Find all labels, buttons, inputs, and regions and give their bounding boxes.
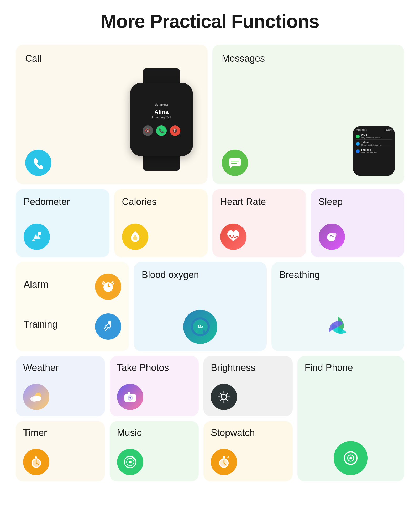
svg-point-3: [32, 239, 35, 242]
card-bloodoxy: Blood oxygen O₂: [134, 262, 267, 351]
card-breathing: Breathing: [271, 262, 404, 351]
svg-point-25: [129, 397, 131, 399]
music-label: Music: [117, 427, 142, 438]
sleep-icon: [319, 224, 345, 250]
accept-btn: 📞: [156, 125, 167, 136]
weather-label: Weather: [23, 362, 59, 373]
svg-point-17: [195, 330, 198, 333]
card-sleep: Sleep: [311, 189, 405, 257]
svg-point-42: [129, 461, 132, 463]
card-call: Call ⏱ 10:09 Alina Incoming Call 🔇: [16, 45, 208, 184]
findphone-icon: [334, 441, 368, 475]
decline-btn: 📵: [170, 125, 180, 136]
row-4-5-container: Weather Take Photos: [16, 356, 404, 481]
weather-icon: [23, 384, 49, 410]
timer-label: Timer: [23, 427, 47, 438]
watch-call-subtitle: Incoming Call: [152, 116, 171, 119]
calories-label: Calories: [122, 196, 157, 207]
messages-icon: [222, 150, 248, 176]
watch-call-time: ⏱ 10:09: [155, 103, 168, 107]
breathing-icon: [321, 310, 355, 344]
pedometer-label: Pedometer: [24, 196, 70, 207]
music-icon: [117, 449, 143, 475]
card-calories: Calories: [114, 189, 208, 257]
heartrate-label: Heart Rate: [220, 196, 266, 207]
svg-line-46: [228, 457, 229, 458]
svg-point-5: [333, 233, 335, 235]
svg-point-50: [349, 457, 352, 459]
svg-point-18: [203, 330, 205, 333]
svg-point-6: [330, 236, 331, 237]
row-3: Alarm Training: [16, 262, 404, 351]
svg-point-39: [36, 456, 37, 457]
card-timer: Timer: [16, 421, 105, 481]
call-icon: [25, 150, 51, 176]
brightness-icon: [211, 384, 237, 410]
call-label: Call: [25, 53, 41, 64]
row-5-inner: Timer Music: [16, 421, 293, 481]
card-heartrate: Heart Rate: [212, 189, 306, 257]
card-alarm-training: Alarm Training: [16, 262, 129, 351]
alarm-row: Alarm: [24, 274, 121, 300]
svg-point-27: [221, 394, 227, 400]
card-weather: Weather: [16, 356, 105, 416]
svg-line-34: [226, 393, 228, 395]
watch-call-name: Alina: [154, 109, 169, 116]
row-2: Pedometer Calories Heart Rate: [16, 189, 404, 257]
svg-rect-45: [223, 456, 225, 458]
call-bottom: ⏱ 10:09 Alina Incoming Call 🔇 📞 📵: [25, 68, 198, 176]
bloodoxy-label: Blood oxygen: [142, 269, 199, 280]
takephoto-icon: [117, 384, 143, 410]
col-left3: Weather Take Photos: [16, 356, 293, 481]
card-pedometer: Pedometer: [16, 189, 109, 257]
card-messages: Messages Messages 10:09: [212, 45, 404, 184]
timer-icon: [23, 449, 49, 475]
svg-rect-26: [128, 392, 130, 394]
pedometer-icon: [24, 224, 50, 250]
sleep-label: Sleep: [319, 196, 343, 207]
card-stopwatch: Stopwatch: [203, 421, 293, 481]
row-4-inner: Weather Take Photos: [16, 356, 293, 416]
page-title: More Practical Functions: [16, 10, 404, 32]
mute-btn: 🔇: [143, 125, 153, 136]
brightness-label: Brightness: [211, 362, 255, 373]
card-music: Music: [110, 421, 199, 481]
row-1: Call ⏱ 10:09 Alina Incoming Call 🔇: [16, 45, 404, 184]
watch-call-buttons: 🔇 📞 📵: [143, 125, 180, 136]
findphone-label: Find Phone: [305, 362, 353, 373]
watch-call-mockup: ⏱ 10:09 Alina Incoming Call 🔇 📞 📵: [130, 83, 193, 156]
card-takephoto: Take Photos: [110, 356, 199, 416]
takephoto-label: Take Photos: [117, 362, 169, 373]
messages-bottom: Messages 10:09 Whats Hey, loved your lat…: [222, 126, 395, 176]
svg-point-7: [332, 236, 333, 237]
stopwatch-icon: [211, 449, 237, 475]
alarm-label: Alarm: [24, 279, 48, 290]
bloodoxy-icon: O₂: [183, 310, 217, 344]
breathing-label: Breathing: [279, 269, 320, 280]
svg-point-21: [33, 396, 41, 401]
card-findphone: Find Phone: [297, 356, 405, 481]
messages-label: Messages: [222, 53, 265, 64]
stopwatch-label: Stopwatch: [211, 427, 255, 438]
svg-line-35: [220, 399, 222, 401]
svg-rect-0: [229, 158, 241, 166]
training-label: Training: [24, 319, 57, 330]
alarm-icon: [95, 274, 121, 300]
training-row: Training: [24, 313, 121, 340]
watch-messages-mockup: Messages 10:09 Whats Hey, loved your lat…: [353, 126, 395, 176]
svg-line-33: [226, 399, 228, 401]
calories-icon: [122, 224, 148, 250]
training-icon: [95, 313, 121, 340]
grid-container: Call ⏱ 10:09 Alina Incoming Call 🔇: [16, 45, 404, 481]
svg-text:O₂: O₂: [198, 324, 203, 329]
svg-rect-10: [108, 286, 110, 287]
card-brightness: Brightness: [203, 356, 293, 416]
svg-line-32: [220, 393, 222, 395]
heartrate-icon: [220, 224, 246, 250]
